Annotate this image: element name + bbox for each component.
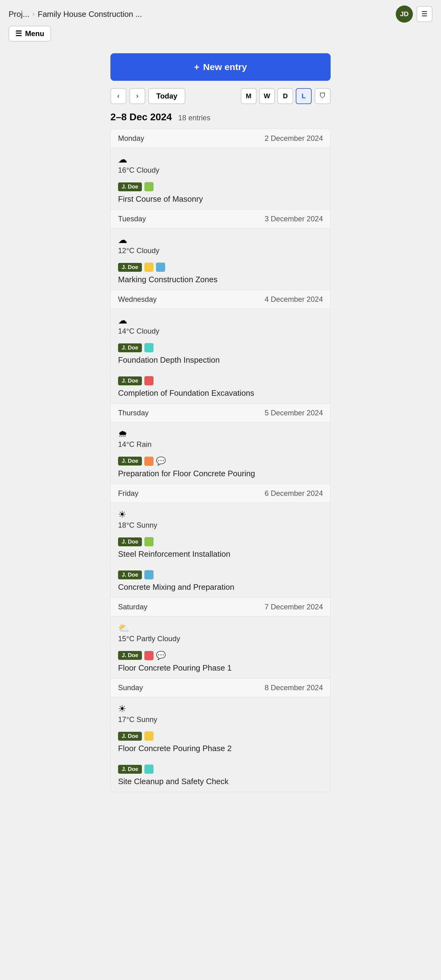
user-badge: J. Doe xyxy=(118,182,142,191)
user-badge: J. Doe xyxy=(118,457,142,466)
day-header: Friday 6 December 2024 xyxy=(111,484,330,503)
weather-icon: ☀ xyxy=(118,703,323,714)
entry-title: Floor Concrete Pouring Phase 1 xyxy=(118,663,323,673)
date-range-row: 2–8 Dec 2024 18 entries xyxy=(110,111,331,123)
entry-row[interactable]: J. DoeFirst Course of Masonry xyxy=(111,177,330,209)
entry-title: First Course of Masonry xyxy=(118,194,323,204)
user-badge: J. Doe xyxy=(118,538,142,546)
plus-icon: + xyxy=(194,62,200,72)
entry-row[interactable]: J. DoeSteel Reinforcement Installation xyxy=(111,531,330,565)
day-header: Monday 2 December 2024 xyxy=(111,129,330,148)
view-day-button[interactable]: D xyxy=(278,88,293,104)
entry-row[interactable]: J. DoeConcrete Mixing and Preparation xyxy=(111,565,330,597)
entry-row[interactable]: J. DoeFoundation Depth Inspection xyxy=(111,337,330,371)
entry-badges: J. Doe xyxy=(118,262,323,272)
day-name: Wednesday xyxy=(118,295,157,304)
entry-badges: J. Doe xyxy=(118,537,323,546)
user-badge: J. Doe xyxy=(118,571,142,579)
day-date: 8 December 2024 xyxy=(265,683,323,692)
day-section: Thursday 5 December 2024 🌧 14°C Rain J. … xyxy=(111,404,330,484)
weather-text: 14°C Cloudy xyxy=(118,327,323,336)
weather-icon: ☁ xyxy=(118,234,323,245)
weather-icon: ☀ xyxy=(118,509,323,520)
color-badge xyxy=(144,570,154,579)
color-badge xyxy=(144,732,154,741)
entry-title: Concrete Mixing and Preparation xyxy=(118,582,323,592)
days-container: Monday 2 December 2024 ☁ 16°C Cloudy J. … xyxy=(110,129,331,792)
weather-row: 🌧 14°C Rain xyxy=(111,422,330,451)
new-entry-button[interactable]: + New entry xyxy=(110,53,331,81)
next-button[interactable]: › xyxy=(129,88,145,104)
toolbar: ‹ › Today M W D L ⛉ xyxy=(110,88,331,104)
menu-button[interactable]: ☰ Menu xyxy=(9,26,51,41)
day-section: Tuesday 3 December 2024 ☁ 12°C Cloudy J.… xyxy=(111,210,330,290)
day-header: Sunday 8 December 2024 xyxy=(111,679,330,697)
day-section: Sunday 8 December 2024 ☀ 17°C Sunny J. D… xyxy=(111,679,330,792)
entry-badges: J. Doe xyxy=(118,732,323,741)
view-buttons: M W D L xyxy=(241,88,312,104)
breadcrumb-short[interactable]: Proj... xyxy=(9,10,29,19)
entry-badges: J. Doe💬 xyxy=(118,651,323,660)
entry-row[interactable]: J. Doe💬Floor Concrete Pouring Phase 1 xyxy=(111,645,330,678)
today-button[interactable]: Today xyxy=(148,88,185,104)
day-section: Monday 2 December 2024 ☁ 16°C Cloudy J. … xyxy=(111,129,330,210)
day-name: Tuesday xyxy=(118,215,146,223)
entry-row[interactable]: J. DoeCompletion of Foundation Excavatio… xyxy=(111,371,330,403)
entries-count: 18 entries xyxy=(178,113,210,122)
entry-badges: J. Doe💬 xyxy=(118,457,323,466)
day-date: 4 December 2024 xyxy=(265,295,323,304)
color-badge xyxy=(144,262,154,272)
entry-row[interactable]: J. DoeMarking Construction Zones xyxy=(111,257,330,290)
day-header: Wednesday 4 December 2024 xyxy=(111,290,330,309)
menu-row: ☰ Menu xyxy=(0,26,441,47)
entry-title: Foundation Depth Inspection xyxy=(118,355,323,365)
day-name: Sunday xyxy=(118,683,143,692)
entry-title: Floor Concrete Pouring Phase 2 xyxy=(118,744,323,753)
weather-row: ☀ 17°C Sunny xyxy=(111,697,330,726)
view-month-button[interactable]: M xyxy=(241,88,257,104)
entry-title: Marking Construction Zones xyxy=(118,275,323,284)
view-week-button[interactable]: W xyxy=(259,88,275,104)
weather-icon: ☁ xyxy=(118,154,323,165)
user-badge: J. Doe xyxy=(118,765,142,774)
prev-button[interactable]: ‹ xyxy=(110,88,126,104)
weather-icon: ⛅ xyxy=(118,622,323,633)
weather-row: ☀ 18°C Sunny xyxy=(111,503,330,531)
entry-badges: J. Doe xyxy=(118,765,323,774)
user-badge: J. Doe xyxy=(118,263,142,272)
entry-badges: J. Doe xyxy=(118,343,323,352)
filter-button[interactable]: ⛉ xyxy=(315,88,331,104)
breadcrumb-separator: › xyxy=(32,10,35,18)
day-date: 2 December 2024 xyxy=(265,134,323,143)
hamburger-icon-button[interactable]: ☰ xyxy=(417,6,432,22)
user-badge: J. Doe xyxy=(118,377,142,385)
breadcrumb-full[interactable]: Family House Construction ... xyxy=(38,10,142,19)
entry-row[interactable]: J. DoeFloor Concrete Pouring Phase 2 xyxy=(111,726,330,759)
header: Proj... › Family House Construction ... … xyxy=(0,0,441,26)
entry-badges: J. Doe xyxy=(118,376,323,385)
header-actions: JD ☰ xyxy=(396,5,432,23)
day-header: Saturday 7 December 2024 xyxy=(111,598,330,616)
day-date: 3 December 2024 xyxy=(265,215,323,223)
day-section: Saturday 7 December 2024 ⛅ 15°C Partly C… xyxy=(111,598,330,679)
user-badge: J. Doe xyxy=(118,732,142,741)
entry-row[interactable]: J. DoeSite Cleanup and Safety Check xyxy=(111,759,330,792)
day-name: Friday xyxy=(118,489,138,498)
weather-text: 14°C Rain xyxy=(118,440,323,449)
day-date: 7 December 2024 xyxy=(265,603,323,611)
weather-row: ☁ 16°C Cloudy xyxy=(111,148,330,177)
view-list-button[interactable]: L xyxy=(296,88,312,104)
weather-row: ☁ 14°C Cloudy xyxy=(111,309,330,337)
weather-text: 17°C Sunny xyxy=(118,715,323,724)
day-section: Wednesday 4 December 2024 ☁ 14°C Cloudy … xyxy=(111,290,330,404)
day-date: 6 December 2024 xyxy=(265,489,323,498)
color-badge xyxy=(156,262,165,272)
color-badge xyxy=(144,343,154,352)
weather-row: ⛅ 15°C Partly Cloudy xyxy=(111,616,330,645)
entry-row[interactable]: J. Doe💬Preparation for Floor Concrete Po… xyxy=(111,451,330,484)
avatar[interactable]: JD xyxy=(396,5,413,23)
new-entry-label: New entry xyxy=(203,62,247,72)
menu-label: Menu xyxy=(25,29,44,38)
main-content: + New entry ‹ › Today M W D L ⛉ 2–8 Dec … xyxy=(104,53,337,792)
user-badge: J. Doe xyxy=(118,651,142,660)
